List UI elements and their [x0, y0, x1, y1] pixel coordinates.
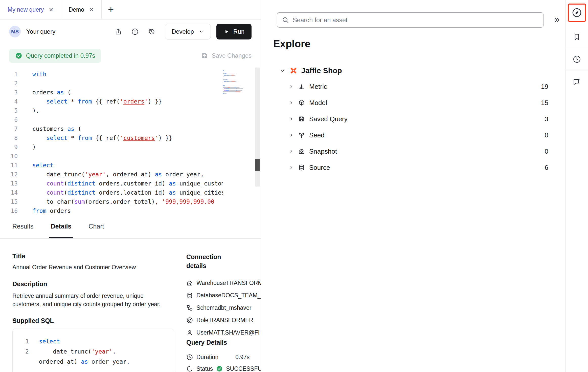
line-number: 10 [0, 152, 18, 161]
run-button[interactable]: Run [216, 24, 252, 39]
chevron-down-icon [279, 67, 286, 74]
double-chevron-right-icon [553, 16, 561, 24]
asset-search [277, 12, 544, 28]
query-status-banner: Query completed in 0.97s [9, 49, 101, 63]
explore-heading: Explore [273, 38, 566, 50]
tree-item-seed[interactable]: Seed0 [279, 127, 548, 143]
close-tab-icon[interactable]: × [49, 6, 53, 13]
code-line: 15 to_char(sum(orders.order_total), '999… [0, 197, 261, 206]
code-line: 8 select * from {{ ref('customers') }} [0, 133, 261, 142]
new-tab-button[interactable]: + [102, 0, 120, 19]
supplied-sql-block: 1select2 date_trunc('year',ordered_at) a… [12, 329, 174, 372]
history-clock-rail-button[interactable] [571, 54, 582, 65]
status-row: Query completed in 0.97s Save Changes [0, 44, 261, 68]
develop-label: Develop [172, 28, 194, 35]
tree-item-count: 0 [545, 148, 548, 155]
code-line: 10 [0, 152, 261, 161]
description-heading: Description [12, 280, 174, 288]
user-icon [186, 329, 193, 336]
tab-results[interactable]: Results [11, 214, 35, 238]
connection-value: TRANSFORMER [208, 317, 253, 324]
tree-item-count: 15 [541, 99, 548, 107]
tab-details[interactable]: Details [49, 214, 73, 238]
connection-item-database: DatabaseDOCS_TEAM_ [186, 289, 261, 302]
database-icon [186, 292, 193, 299]
scrollbar-thumb[interactable] [255, 159, 260, 171]
dbt-logo-icon [290, 67, 297, 74]
chevron-right-icon [288, 132, 294, 138]
chevron-right-icon [288, 116, 294, 122]
line-number: 16 [0, 206, 18, 214]
bookmark-rail-button[interactable] [571, 31, 582, 43]
query-editor-panel: My new query×Demo× + MS Your query Devel… [0, 0, 261, 372]
line-number: 2 [0, 79, 18, 88]
connection-label: Warehouse [196, 280, 226, 286]
code-lines: 1with23orders as (4 select * from {{ ref… [0, 70, 261, 214]
query-title: Your query [26, 28, 55, 35]
status-row-detail: Status SUCCESSFUL [186, 363, 261, 372]
code-line: 11select [0, 161, 261, 170]
saved-query-icon [298, 115, 305, 122]
project-row-jaffle-shop[interactable]: Jaffle Shop [279, 63, 548, 78]
connection-value: TRANSFORMER [226, 280, 261, 286]
save-changes-button[interactable]: Save Changes [201, 52, 252, 59]
tree-item-source[interactable]: Source6 [279, 159, 548, 176]
collapse-panel-button[interactable] [551, 14, 562, 26]
explore-compass-rail-button[interactable] [568, 4, 586, 22]
tree-item-label: Model [309, 99, 327, 107]
tree-item-saved-query[interactable]: Saved Query3 [279, 111, 548, 127]
tree-item-metric[interactable]: Metric19 [279, 78, 548, 95]
tree-item-count: 3 [545, 115, 548, 123]
status-check-icon [216, 365, 223, 372]
search-icon [282, 16, 289, 24]
tree-item-label: Metric [309, 83, 327, 91]
connection-item-role: RoleTRANSFORMER [186, 314, 261, 326]
explore-panel: Explore Jaffle Shop Metric19Model15Saved… [261, 0, 566, 372]
results-tab-bar: ResultsDetailsChart [0, 214, 261, 239]
duration-label: Duration [196, 354, 232, 361]
check-circle-icon [15, 52, 22, 59]
title-value: Annual Order Revenue and Customer Overvi… [12, 264, 174, 271]
sql-line: 2 date_trunc('year', [13, 346, 168, 357]
chevron-right-icon [288, 165, 294, 170]
tab-demo[interactable]: Demo× [61, 0, 102, 19]
connection-label: Schema [196, 304, 218, 311]
line-number: 2 [13, 346, 29, 357]
bookmark-icon [573, 33, 581, 41]
editor-scrollbar[interactable] [255, 68, 260, 187]
code-line: 6 [0, 115, 261, 124]
tab-my-new-query[interactable]: My new query× [0, 0, 61, 19]
share-button[interactable] [113, 27, 123, 37]
connection-item-schema: Schemadbt_mshaver [186, 302, 261, 314]
develop-dropdown[interactable]: Develop [165, 24, 211, 39]
info-icon [131, 28, 139, 35]
query-details-heading: Query Details [186, 339, 261, 346]
asset-search-input[interactable] [293, 16, 539, 24]
tree-item-model[interactable]: Model15 [279, 95, 548, 111]
code-line: 9) [0, 142, 261, 152]
code-line: 16from orders [0, 206, 261, 214]
chevron-right-icon [288, 84, 294, 89]
code-line: 7customers as ( [0, 124, 261, 133]
duration-clock-icon [186, 354, 193, 361]
version-history-button[interactable] [147, 27, 157, 37]
save-icon [201, 52, 208, 59]
tab-chart[interactable]: Chart [87, 214, 105, 238]
feedback-sparkle-rail-button[interactable] [571, 76, 582, 87]
right-rail [566, 0, 588, 372]
connection-label: Role [196, 317, 208, 324]
search-row [261, 0, 566, 28]
close-tab-icon[interactable]: × [89, 6, 94, 13]
share-icon [115, 28, 122, 35]
tree-item-label: Snapshot [309, 148, 337, 155]
tree-item-count: 19 [541, 83, 548, 91]
duration-value: 0.97s [235, 354, 250, 361]
chevron-down-icon [198, 29, 204, 34]
app-root: My new query×Demo× + MS Your query Devel… [0, 0, 588, 372]
tree-item-snapshot[interactable]: Snapshot0 [279, 143, 548, 159]
connection-details-heading: Connection details [186, 253, 239, 270]
sql-editor[interactable]: 1with23orders as (4 select * from {{ ref… [0, 68, 261, 214]
details-pane: Title Annual Order Revenue and Customer … [0, 239, 261, 372]
connection-item-warehouse: WarehouseTRANSFORMER [186, 277, 261, 289]
info-button[interactable] [130, 27, 140, 37]
